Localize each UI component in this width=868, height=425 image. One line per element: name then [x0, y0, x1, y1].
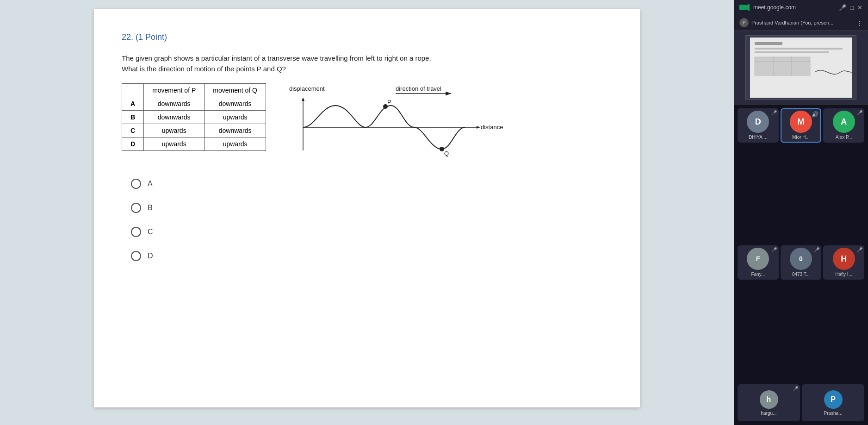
- option-c[interactable]: C: [131, 227, 612, 237]
- table-c-p: upwards: [144, 124, 205, 138]
- table-a-q: downwards: [205, 97, 266, 111]
- participant-tile-alex: A Alex P... 🎤: [823, 108, 864, 143]
- mic-icon-hafiy: 🎤: [857, 247, 862, 252]
- participants-grid: D DHIYA ... 🎤 M Mior H... 🔊 A Alex P... …: [734, 105, 868, 384]
- mic-button[interactable]: 🎤: [839, 4, 846, 11]
- speaking-icon-mior: 🔊: [812, 111, 818, 118]
- table-row: D upwards upwards: [122, 138, 266, 151]
- table-col-empty: [122, 84, 144, 97]
- name-fany: Fany...: [749, 272, 767, 277]
- question-text: The given graph shows a particular insta…: [122, 53, 538, 74]
- mic-icon-hargu: 🎤: [793, 386, 798, 391]
- participant-tile-mior: M Mior H... 🔊: [781, 108, 822, 143]
- content-row: movement of P movement of Q A downwards …: [122, 83, 612, 162]
- svg-rect-6: [755, 48, 843, 50]
- svg-rect-8: [755, 57, 810, 75]
- answer-table: movement of P movement of Q A downwards …: [122, 83, 266, 151]
- point-q-label: Q: [444, 150, 449, 157]
- avatar-prasha: P: [824, 390, 843, 409]
- participant-tile-0473: 0 0473 T... 🎤: [781, 245, 822, 280]
- name-0473: 0473 T...: [790, 272, 812, 277]
- mic-icon-alex: 🎤: [857, 110, 862, 115]
- mic-icon-0473: 🎤: [814, 247, 819, 252]
- table-col-p: movement of P: [144, 84, 205, 97]
- answer-options: A B C D: [122, 179, 612, 261]
- avatar-alex: A: [833, 111, 855, 133]
- presenter-avatar: P: [739, 18, 749, 27]
- participant-tile-dhiya: D DHIYA ... 🎤: [738, 108, 779, 143]
- wave-diagram: displacement direction of travel: [285, 83, 507, 162]
- radio-b[interactable]: [131, 203, 141, 213]
- meet-bar-left: meet.google.com: [739, 4, 796, 11]
- bottom-row: h hargu... 🎤 P Prasha...: [734, 384, 868, 425]
- avatar-dhiya: D: [747, 111, 769, 133]
- y-axis-arrow: [302, 97, 304, 101]
- name-alex: Alex P...: [834, 135, 854, 140]
- option-b[interactable]: B: [131, 203, 612, 213]
- presenter-name: Prashand Vardhanan (You, presen...: [751, 20, 833, 25]
- table-b-q: upwards: [205, 111, 266, 124]
- option-d[interactable]: D: [131, 251, 612, 261]
- presenter-info: P Prashand Vardhanan (You, presen...: [739, 18, 833, 27]
- table-d-q: upwards: [205, 138, 266, 151]
- participant-tile-prasha: P Prasha...: [802, 384, 864, 421]
- participant-tile-hargu: h hargu... 🎤: [738, 384, 800, 421]
- close-button[interactable]: ✕: [857, 4, 862, 11]
- table-a-p: downwards: [144, 97, 205, 111]
- mic-icon-dhiya: 🎤: [771, 110, 777, 115]
- option-a[interactable]: A: [131, 179, 612, 189]
- name-hafiy: Hafiy I...: [833, 272, 854, 277]
- name-prasha: Prasha...: [822, 411, 844, 416]
- distance-label: distance: [481, 124, 503, 131]
- svg-marker-3: [746, 4, 750, 11]
- q-text-line2: What is the direction of motion of the p…: [122, 65, 286, 73]
- q-text-line1: The given graph shows a particular insta…: [122, 54, 431, 62]
- q-points: (1 Point): [136, 32, 167, 42]
- table-label-d: D: [122, 138, 144, 151]
- table-row: A downwards downwards: [122, 97, 266, 111]
- x-axis-arrow: [477, 126, 480, 129]
- name-hargu: hargu...: [759, 411, 779, 416]
- option-d-label: D: [148, 252, 153, 260]
- participant-tile-hafiy: H Hafiy I... 🎤: [823, 245, 864, 280]
- table-c-q: downwards: [205, 124, 266, 138]
- avatar-hafiy: H: [833, 248, 855, 270]
- avatar-mior: M: [790, 111, 812, 133]
- svg-rect-7: [755, 51, 829, 53]
- avatar-0473: 0: [790, 248, 812, 270]
- option-a-label: A: [148, 180, 153, 188]
- svg-rect-5: [755, 42, 782, 45]
- meet-controls: 🎤 □ ✕: [839, 4, 862, 11]
- table-b-p: downwards: [144, 111, 205, 124]
- screen-button[interactable]: □: [850, 4, 854, 11]
- meet-bar: meet.google.com 🎤 □ ✕: [734, 0, 868, 15]
- table-label-b: B: [122, 111, 144, 124]
- presenter-bar: P Prashand Vardhanan (You, presen... ⋮: [734, 15, 868, 31]
- radio-d[interactable]: [131, 251, 141, 261]
- avatar-hargu: h: [760, 390, 778, 409]
- q-number: 22.: [122, 32, 133, 42]
- direction-label: direction of travel: [396, 85, 441, 92]
- table-label-c: C: [122, 124, 144, 138]
- screen-preview-inner: [745, 35, 856, 100]
- paper: 22. (1 Point) The given graph shows a pa…: [94, 9, 640, 407]
- presenter-options-button[interactable]: ⋮: [856, 19, 862, 26]
- option-c-label: C: [148, 228, 153, 236]
- table-label-a: A: [122, 97, 144, 111]
- question-number: 22. (1 Point): [122, 32, 612, 42]
- radio-c[interactable]: [131, 227, 141, 237]
- screen-preview: [734, 31, 868, 105]
- preview-svg: [750, 38, 852, 98]
- participant-tile-fany: F Fany... 🎤: [738, 245, 779, 280]
- radio-a[interactable]: [131, 179, 141, 189]
- table-d-p: upwards: [144, 138, 205, 151]
- option-b-label: B: [148, 204, 153, 212]
- avatar-fany: F: [747, 248, 769, 270]
- sidebar: meet.google.com 🎤 □ ✕ P Prashand Vardhan…: [734, 0, 868, 425]
- meet-icon: [739, 4, 750, 11]
- point-q-dot: [440, 147, 444, 151]
- wave-svg: displacement direction of travel: [285, 83, 507, 162]
- table-col-q: movement of Q: [205, 84, 266, 97]
- name-dhiya: DHIYA ...: [747, 135, 769, 140]
- point-p-label: P: [387, 99, 391, 106]
